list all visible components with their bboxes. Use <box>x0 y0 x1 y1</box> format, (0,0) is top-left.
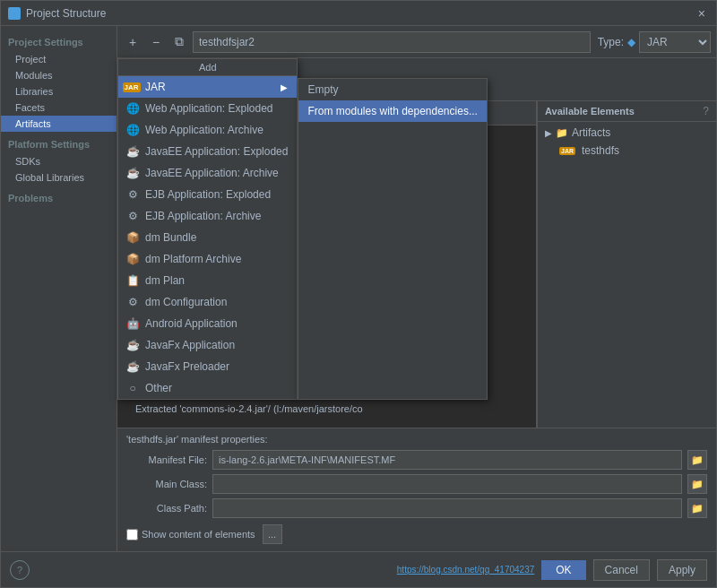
javafx-icon: ☕ <box>125 338 140 352</box>
dropdown-item-dm-bundle[interactable]: 📦 dm Bundle <box>118 227 297 248</box>
ok-button[interactable]: OK <box>541 560 585 580</box>
dropdown-item-javaee-exploded[interactable]: ☕ JavaEE Application: Exploded <box>118 141 297 162</box>
avail-testhdfs-label: testhdfs <box>582 144 619 157</box>
dropdown-item-javafx[interactable]: ☕ JavaFx Application <box>118 334 297 356</box>
jar-icon: JAR <box>125 80 140 94</box>
dropdown-item-ejb-archive[interactable]: ⚙ EJB Application: Archive <box>118 205 297 227</box>
sidebar-item-sdks[interactable]: SDKs <box>1 153 117 169</box>
main-class-label: Main Class: <box>126 479 207 489</box>
submenu-from-modules[interactable]: From modules with dependencies... <box>298 100 486 122</box>
manifest-file-row: Manifest File: 📁 <box>126 450 707 470</box>
testhdfs-jar-icon: JAR <box>559 147 575 155</box>
avail-tree: ▶ 📁 Artifacts JAR testhdfs <box>538 122 716 428</box>
dropdown-item-web-archive[interactable]: 🌐 Web Application: Archive <box>118 119 297 141</box>
main-class-row: Main Class: 📁 <box>126 474 707 494</box>
add-header: Add <box>118 59 297 76</box>
problems-section: Problems <box>1 189 117 207</box>
right-panel: + − ⧉ Type: ◆ JAR WAR EAR Add <box>117 26 716 551</box>
dropdown-item-web-exploded[interactable]: 🌐 Web Application: Exploded <box>118 98 297 119</box>
avail-title: Available Elements <box>545 106 699 117</box>
cancel-button[interactable]: Cancel <box>593 559 650 581</box>
sidebar: Project Settings Project Modules Librari… <box>1 26 117 551</box>
type-select[interactable]: JAR WAR EAR <box>639 31 711 53</box>
type-label: Type: <box>598 36 624 48</box>
artifacts-folder-icon: 📁 <box>556 127 568 139</box>
add-dropdown: Add JAR JAR ▶ 🌐 Web Application: Explode… <box>117 58 298 400</box>
manifest-file-browse-btn[interactable]: 📁 <box>687 450 707 470</box>
main-class-browse-btn[interactable]: 📁 <box>687 474 707 494</box>
class-path-input[interactable] <box>212 498 682 518</box>
manifest-props-title: 'testhdfs.jar' manifest properties: <box>126 434 707 445</box>
javafx-preloader-icon: ☕ <box>125 359 140 374</box>
sidebar-item-artifacts[interactable]: Artifacts <box>1 116 117 132</box>
show-content-checkbox[interactable] <box>126 529 138 540</box>
avail-item-artifacts[interactable]: ▶ 📁 Artifacts <box>538 124 716 142</box>
dropdown-item-dm-platform[interactable]: 📦 dm Platform Archive <box>118 248 297 270</box>
dm-config-icon: ⚙ <box>125 295 140 309</box>
dropdown-item-javafx-preloader[interactable]: ☕ JavaFx Preloader <box>118 356 297 377</box>
web-archive-icon: 🌐 <box>125 123 140 137</box>
footer-link[interactable]: https://blog.csdn.net/qq_41704237 <box>397 565 534 575</box>
submenu-empty[interactable]: Empty <box>298 79 486 100</box>
list-item[interactable]: Extracted 'commons-io-2.4.jar'/ (l:/mave… <box>117 402 536 416</box>
web-exploded-icon: 🌐 <box>125 101 140 116</box>
sidebar-item-modules[interactable]: Modules <box>1 67 117 83</box>
dropdown-item-other[interactable]: ○ Other <box>118 377 297 399</box>
copy-button[interactable]: ⧉ <box>169 32 189 52</box>
title-bar: Project Structure × <box>1 1 716 26</box>
sidebar-item-project[interactable]: Project <box>1 51 117 67</box>
ejb-archive-icon: ⚙ <box>125 209 140 223</box>
expand-icon: ▶ <box>545 128 552 138</box>
jar-type-icon: ◆ <box>627 36 635 48</box>
artifact-name-field[interactable] <box>193 31 591 53</box>
manifest-file-label: Manifest File: <box>126 454 207 465</box>
manifest-file-input[interactable] <box>212 450 682 470</box>
other-icon: ○ <box>125 381 140 395</box>
sidebar-item-libraries[interactable]: Libraries <box>1 83 117 99</box>
show-content-label: Show content of elements <box>142 529 255 540</box>
dropdown-item-dm-config[interactable]: ⚙ dm Configuration <box>118 291 297 313</box>
platform-settings-section: Platform Settings <box>1 135 117 153</box>
android-icon: 🤖 <box>125 316 140 331</box>
jar-submenu: Empty From modules with dependencies... <box>298 78 487 400</box>
footer-right: https://blog.csdn.net/qq_41704237 OK Can… <box>397 559 707 581</box>
add-button[interactable]: + <box>123 32 143 52</box>
project-settings-section: Project Settings <box>1 33 117 51</box>
footer: ? https://blog.csdn.net/qq_41704237 OK C… <box>1 551 716 587</box>
remove-button[interactable]: − <box>146 32 166 52</box>
sidebar-item-global-libraries[interactable]: Global Libraries <box>1 169 117 186</box>
ellipsis-btn[interactable]: ... <box>263 524 282 544</box>
dropdown-item-jar[interactable]: JAR JAR ▶ <box>118 76 297 98</box>
class-path-browse-btn[interactable]: 📁 <box>687 498 707 518</box>
avail-header: Available Elements ? <box>538 101 716 122</box>
dropdown-item-ejb-exploded[interactable]: ⚙ EJB Application: Exploded <box>118 184 297 205</box>
apply-button[interactable]: Apply <box>657 559 707 581</box>
top-toolbar: + − ⧉ Type: ◆ JAR WAR EAR <box>117 26 716 58</box>
dm-platform-icon: 📦 <box>125 252 140 266</box>
dm-bundle-icon: 📦 <box>125 230 140 245</box>
main-class-input[interactable] <box>212 474 682 494</box>
avail-help-icon[interactable]: ? <box>703 105 709 117</box>
close-button[interactable]: × <box>695 6 709 21</box>
dropdown-item-dm-plan[interactable]: 📋 dm Plan <box>118 270 297 291</box>
main-content: Project Settings Project Modules Librari… <box>1 26 716 551</box>
ejb-exploded-icon: ⚙ <box>125 187 140 202</box>
avail-artifacts-label: Artifacts <box>572 126 610 139</box>
sidebar-item-facets[interactable]: Facets <box>1 99 117 116</box>
javaee-archive-icon: ☕ <box>125 166 140 180</box>
show-content-row: Show content of elements ... <box>126 523 707 546</box>
javaee-exploded-icon: ☕ <box>125 144 140 159</box>
available-elements-panel: Available Elements ? ▶ 📁 Artifacts JAR <box>537 101 716 428</box>
dropdown-overlay: Add JAR JAR ▶ 🌐 Web Application: Explode… <box>117 58 488 400</box>
dropdown-item-javaee-archive[interactable]: ☕ JavaEE Application: Archive <box>118 162 297 184</box>
submenu-arrow: ▶ <box>281 82 288 92</box>
dm-plan-icon: 📋 <box>125 273 140 288</box>
window-title: Project Structure <box>26 7 689 20</box>
class-path-label: Class Path: <box>126 503 207 514</box>
window-icon <box>8 7 21 20</box>
avail-item-testhdfs[interactable]: JAR testhdfs <box>538 142 716 160</box>
help-button[interactable]: ? <box>10 560 30 580</box>
class-path-row: Class Path: 📁 <box>126 498 707 518</box>
manifest-props: 'testhdfs.jar' manifest properties: Mani… <box>117 428 716 551</box>
dropdown-item-android[interactable]: 🤖 Android Application <box>118 313 297 334</box>
